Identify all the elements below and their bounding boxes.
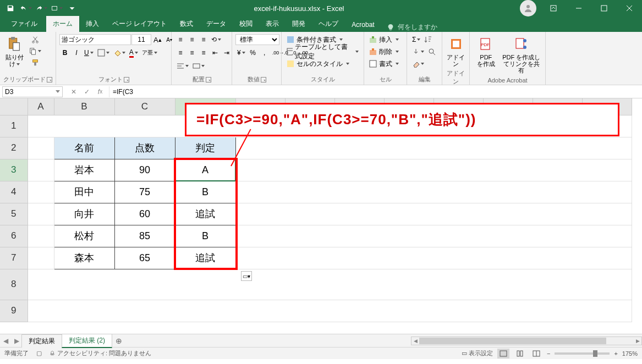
qat-customize-button[interactable]	[65, 1, 79, 15]
tab-acrobat[interactable]: Acrobat	[345, 18, 381, 32]
cell-C2[interactable]: 点数	[114, 137, 175, 159]
minimize-button[interactable]	[566, 0, 591, 16]
tab-help[interactable]: ヘルプ	[312, 16, 345, 32]
row-header-7[interactable]: 7	[0, 247, 28, 269]
font-color-button[interactable]: A	[128, 47, 140, 58]
row-header-1[interactable]: 1	[0, 115, 28, 137]
format-cells-button[interactable]: 書式	[367, 58, 403, 69]
accessibility-status[interactable]: 🕭 アクセシビリティ: 問題ありません	[50, 349, 151, 357]
sheet-nav-next[interactable]: ▶	[11, 337, 22, 345]
worksheet-grid[interactable]: A B C D E F G H I J K L 1 2 名前 点数 判定 3 岩…	[0, 98, 642, 334]
merge-button[interactable]	[191, 60, 206, 71]
cell-C7[interactable]: 65	[114, 247, 175, 269]
cell-B2[interactable]: 名前	[54, 137, 114, 159]
page-layout-view-button[interactable]	[514, 349, 526, 359]
cell-D2[interactable]: 判定	[175, 137, 235, 159]
cell-D7[interactable]: 追試	[175, 247, 235, 269]
tab-view[interactable]: 表示	[259, 16, 286, 32]
zoom-in-button[interactable]: +	[614, 350, 617, 357]
tab-data[interactable]: データ	[200, 16, 233, 32]
find-select-button[interactable]	[426, 46, 437, 57]
font-launcher[interactable]	[124, 77, 129, 82]
addins-button[interactable]: アドイン	[446, 34, 466, 68]
paste-button[interactable]: 貼り付け	[3, 34, 25, 68]
percent-button[interactable]: %	[248, 47, 259, 58]
horizontal-scrollbar[interactable]: ◀ ▶	[411, 337, 642, 345]
indent-decrease-button[interactable]: ⇤	[210, 47, 221, 58]
cell-D3[interactable]: A	[175, 159, 235, 181]
delete-cells-button[interactable]: 削除	[367, 46, 403, 57]
font-size-input[interactable]	[131, 34, 151, 45]
ribbon-options-button[interactable]	[541, 0, 566, 16]
tab-formulas[interactable]: 数式	[173, 16, 200, 32]
macro-record-button[interactable]: ▢	[36, 350, 42, 357]
cell-D6[interactable]: B	[175, 225, 235, 247]
align-middle-button[interactable]: ≡	[186, 34, 197, 45]
align-top-button[interactable]: ≡	[175, 34, 186, 45]
row-header-4[interactable]: 4	[0, 181, 28, 203]
share-pdf-button[interactable]: PDF を作成し てリンクを共有	[501, 34, 542, 75]
cell-C6[interactable]: 85	[114, 225, 175, 247]
align-bottom-button[interactable]: ≡	[198, 34, 209, 45]
name-box[interactable]: D3	[2, 86, 63, 97]
new-sheet-button[interactable]: ⊕	[112, 337, 125, 345]
cell-C4[interactable]: 75	[114, 181, 175, 203]
tab-developer[interactable]: 開発	[286, 16, 312, 32]
insert-cells-button[interactable]: 挿入	[367, 34, 403, 45]
zoom-out-button[interactable]: −	[547, 350, 550, 357]
fill-color-button[interactable]	[112, 47, 127, 58]
increase-font-button[interactable]: A▴	[152, 34, 163, 45]
scroll-thumb[interactable]	[419, 338, 606, 344]
zoom-slider[interactable]	[555, 352, 610, 355]
autofill-options-button[interactable]: ▭▾	[241, 271, 252, 281]
fill-button[interactable]	[410, 46, 426, 57]
close-button[interactable]	[617, 0, 642, 16]
comma-button[interactable]: ,	[259, 47, 270, 58]
sheet-tab-0[interactable]: 判定結果	[21, 334, 62, 348]
underline-button[interactable]: U	[83, 47, 95, 58]
select-all-button[interactable]	[0, 98, 28, 115]
cancel-formula-button[interactable]: ✕	[67, 86, 80, 97]
row-header-2[interactable]: 2	[0, 137, 28, 159]
italic-button[interactable]: I	[71, 47, 82, 58]
tab-home[interactable]: ホーム	[46, 16, 79, 32]
touch-mode-button[interactable]	[50, 1, 64, 15]
tab-review[interactable]: 校閲	[233, 16, 259, 32]
orientation-button[interactable]: ⟲	[210, 34, 223, 45]
normal-view-button[interactable]	[497, 349, 509, 359]
alignment-launcher[interactable]	[206, 77, 211, 82]
account-avatar[interactable]	[520, 0, 536, 16]
cell-C5[interactable]: 60	[114, 203, 175, 225]
col-header-A[interactable]: A	[28, 98, 54, 115]
page-break-view-button[interactable]	[530, 349, 542, 359]
align-right-button[interactable]: ≡	[198, 47, 209, 58]
sort-filter-button[interactable]	[422, 34, 434, 45]
cut-button[interactable]	[28, 34, 43, 45]
row-header-3[interactable]: 3	[0, 159, 28, 181]
align-center-button[interactable]: ≡	[186, 47, 197, 58]
col-header-C[interactable]: C	[114, 98, 175, 115]
sheet-tab-1[interactable]: 判定結果 (2)	[62, 334, 112, 348]
sheet-nav-prev[interactable]: ◀	[0, 337, 11, 345]
cell-B4[interactable]: 田中	[54, 181, 114, 203]
cell-B7[interactable]: 森本	[54, 247, 114, 269]
scroll-left-button[interactable]: ◀	[411, 338, 419, 344]
row-header-5[interactable]: 5	[0, 203, 28, 225]
tab-insert[interactable]: 挿入	[79, 16, 106, 32]
format-as-table-button[interactable]: テーブルとして書式設定	[285, 46, 360, 57]
cell-styles-button[interactable]: セルのスタイル	[285, 58, 360, 69]
undo-button[interactable]	[19, 1, 33, 15]
maximize-button[interactable]	[591, 0, 617, 16]
redo-button[interactable]	[34, 1, 48, 15]
number-format-select[interactable]: 標準	[235, 34, 279, 45]
cell-B6[interactable]: 松村	[54, 225, 114, 247]
copy-button[interactable]	[28, 46, 43, 57]
clipboard-launcher[interactable]	[47, 77, 52, 82]
cell-D5[interactable]: 追試	[175, 203, 235, 225]
cell-B5[interactable]: 向井	[54, 203, 114, 225]
number-launcher[interactable]	[261, 77, 266, 82]
tab-page-layout[interactable]: ページ レイアウト	[106, 16, 173, 32]
create-pdf-button[interactable]: PDF PDF を作成	[473, 34, 499, 68]
row-header-6[interactable]: 6	[0, 225, 28, 247]
phonetic-button[interactable]: ア亜	[140, 47, 159, 58]
